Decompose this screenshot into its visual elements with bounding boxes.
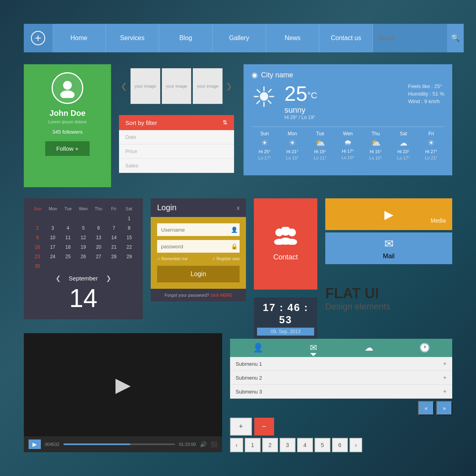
page-4[interactable]: 4 — [297, 438, 313, 452]
page-next[interactable]: › — [349, 438, 363, 452]
volume-icon[interactable]: 🔊 — [200, 441, 207, 447]
video-progress-bar[interactable] — [63, 443, 175, 445]
cal-cell-16[interactable]: 16 — [30, 243, 45, 251]
submenu-item-1[interactable]: Submenu 1 + — [230, 357, 452, 371]
submenu-plus-2[interactable]: + — [443, 374, 447, 381]
search-input[interactable] — [378, 35, 447, 41]
nav-item-home[interactable]: Home — [52, 24, 106, 52]
remember-me[interactable]: ✓ Remember me — [157, 257, 188, 261]
icon-tab-cloud[interactable]: ☁ — [341, 343, 397, 353]
cal-cell-12[interactable]: 12 — [76, 233, 91, 242]
gallery-next-arrow[interactable]: ❯ — [224, 80, 234, 92]
cal-cell-9[interactable]: 9 — [30, 233, 45, 242]
mail-label: Mail — [383, 253, 394, 260]
action-minus-btn[interactable]: − — [254, 418, 274, 436]
icon-tab-user[interactable]: 👤 — [230, 343, 286, 353]
password-input[interactable] — [161, 244, 228, 250]
cal-header-sat: Sat — [121, 205, 136, 213]
cal-cell-4[interactable]: 4 — [61, 224, 75, 232]
nav-item-blog[interactable]: Blog — [159, 24, 213, 52]
follow-button[interactable]: Follow + — [45, 141, 90, 156]
cal-cell-24[interactable]: 24 — [46, 252, 60, 261]
submenu-item-3[interactable]: Submenu 3 + — [230, 385, 452, 399]
temp-unit: °C — [307, 90, 317, 100]
weather-forecast: Sun ☀ Hi 25° Lo 17° Mon ☀ Hi 21° Lo 15° … — [251, 127, 444, 160]
submenu-item-2[interactable]: Submenu 2 + — [230, 371, 452, 385]
cal-cell-7[interactable]: 7 — [107, 224, 121, 232]
mail-btn[interactable]: ✉ Mail — [325, 232, 452, 264]
register-now[interactable]: ✓ Register now — [212, 257, 240, 261]
filter-row-price[interactable]: Price — [119, 144, 234, 159]
username-input[interactable] — [161, 227, 228, 233]
cal-cell-30[interactable]: 30 — [30, 262, 45, 271]
page-prev[interactable]: ‹ — [230, 438, 243, 452]
cal-cell-14[interactable]: 14 — [107, 233, 121, 242]
nav-item-news[interactable]: News — [266, 24, 320, 52]
cal-cell-8[interactable]: 8 — [122, 224, 136, 232]
video-play-btn[interactable]: ▶ — [29, 440, 41, 449]
page-6[interactable]: 6 — [332, 438, 348, 452]
nav-arrows: « » — [418, 401, 452, 415]
action-plus-btn[interactable]: + — [230, 418, 252, 436]
cal-cell-19[interactable]: 19 — [76, 243, 91, 251]
media-btn[interactable]: ▶ Media — [325, 198, 452, 230]
cal-cell-15[interactable]: 15 — [122, 233, 136, 242]
cal-next-btn[interactable]: ❯ — [106, 274, 111, 282]
icon-tab-clock[interactable]: 🕐 — [397, 343, 452, 353]
cal-cell-20[interactable]: 20 — [91, 243, 106, 251]
cal-cell-10[interactable]: 10 — [46, 233, 60, 242]
next-btn[interactable]: » — [436, 401, 452, 415]
contact-widget[interactable]: Contact — [254, 198, 317, 290]
nav-plus-btn[interactable]: + — [24, 24, 52, 52]
cal-cell-18[interactable]: 18 — [61, 243, 75, 251]
prev-btn[interactable]: « — [418, 401, 434, 415]
cal-cell-17[interactable]: 17 — [46, 243, 60, 251]
cal-cell-11[interactable]: 11 — [61, 233, 75, 242]
filter-sort-icon[interactable]: ⇅ — [223, 119, 228, 126]
cal-cell-1[interactable]: 1 — [122, 214, 136, 223]
page-5[interactable]: 5 — [315, 438, 330, 452]
cal-cell-22[interactable]: 22 — [122, 243, 136, 251]
cal-cell-2[interactable]: 2 — [30, 224, 45, 232]
gallery-item-1[interactable]: your image — [131, 68, 160, 104]
video-time-total: 01:23:00 — [179, 442, 196, 447]
page-3[interactable]: 3 — [280, 438, 296, 452]
cal-cell-13[interactable]: 13 — [91, 233, 106, 242]
cal-cell-5[interactable]: 5 — [76, 224, 91, 232]
nav-item-gallery[interactable]: Gallery — [213, 24, 266, 52]
icon-tab-mail[interactable]: ✉ — [286, 343, 341, 353]
cal-cell-27[interactable]: 27 — [91, 252, 106, 261]
forecast-fri-icon: ☀ — [428, 138, 435, 148]
click-here-link[interactable]: click HERE — [210, 293, 232, 298]
nav-item-services[interactable]: Services — [106, 24, 159, 52]
gallery-item-3[interactable]: your image — [193, 68, 223, 104]
cal-cell-28[interactable]: 28 — [107, 252, 121, 261]
fullscreen-icon[interactable]: ⬛ — [211, 441, 217, 447]
login-button[interactable]: Login — [157, 266, 240, 282]
forecast-sat-lo: Lo 17° — [397, 155, 410, 160]
page-2[interactable]: 2 — [262, 438, 278, 452]
cal-cell-23[interactable]: 23 — [30, 252, 45, 261]
cal-cell-21[interactable]: 21 — [107, 243, 121, 251]
search-icon-btn[interactable]: 🔍 — [447, 24, 464, 52]
calendar-big-date: 14 — [30, 284, 136, 313]
submenu-plus-1[interactable]: + — [443, 360, 447, 367]
cal-header-wen: Wen — [76, 205, 91, 213]
video-screen[interactable]: ▶ — [24, 333, 222, 436]
cal-cell-25[interactable]: 25 — [61, 252, 75, 261]
cal-cell-26[interactable]: 26 — [76, 252, 91, 261]
filter-row-sales[interactable]: Sales — [119, 159, 234, 173]
submenu-plus-3[interactable]: + — [443, 388, 447, 395]
gallery-prev-arrow[interactable]: ❮ — [119, 80, 129, 92]
svg-point-0 — [63, 81, 72, 90]
gallery-item-2[interactable]: your image — [162, 68, 192, 104]
forecast-mon: Mon ☀ Hi 21° Lo 15° — [279, 131, 305, 160]
cal-cell-6[interactable]: 6 — [91, 224, 106, 232]
filter-row-date[interactable]: Date — [119, 130, 234, 144]
cal-cell-3[interactable]: 3 — [46, 224, 60, 232]
cal-prev-btn[interactable]: ❮ — [56, 274, 61, 282]
nav-item-contact[interactable]: Contact us — [319, 24, 373, 52]
login-close-btn[interactable]: x — [237, 205, 240, 211]
page-1[interactable]: 1 — [245, 438, 261, 452]
cal-cell-29[interactable]: 29 — [122, 252, 136, 261]
